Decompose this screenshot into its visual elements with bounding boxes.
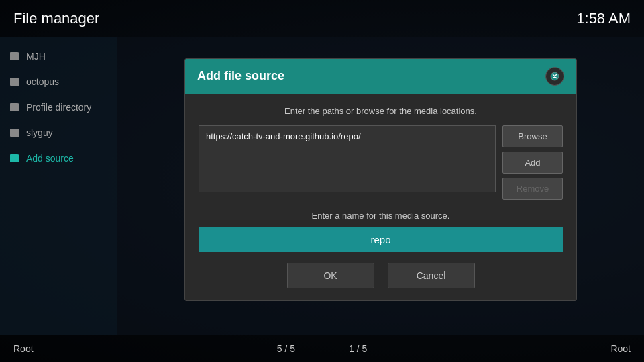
bottom-bar: Root 5 / 5 1 / 5 Root bbox=[0, 335, 644, 362]
ok-button[interactable]: OK bbox=[287, 263, 374, 288]
close-button[interactable] bbox=[545, 67, 564, 86]
bottom-left: Root bbox=[13, 343, 34, 354]
top-bar: File manager 1:58 AM bbox=[0, 0, 644, 37]
folder-icon-active bbox=[10, 154, 19, 162]
sidebar-item-profile-directory[interactable]: Profile directory bbox=[0, 95, 117, 120]
path-value: https://catch-tv-and-more.github.io/repo… bbox=[206, 131, 361, 141]
sidebar-item-mjh[interactable]: MJH bbox=[0, 44, 117, 69]
bottom-right: Root bbox=[610, 343, 631, 354]
add-button[interactable]: Add bbox=[502, 152, 563, 174]
sidebar-label-octopus: octopus bbox=[26, 76, 59, 87]
sidebar: MJH octopus Profile directory slyguy Add… bbox=[0, 37, 117, 335]
path-buttons: Browse Add Remove bbox=[502, 125, 563, 200]
folder-icon bbox=[10, 103, 19, 111]
cancel-button[interactable]: Cancel bbox=[388, 263, 475, 288]
path-instruction: Enter the paths or browse for the media … bbox=[199, 106, 563, 116]
sidebar-item-slyguy[interactable]: slyguy bbox=[0, 120, 117, 145]
modal-overlay: Add file source Enter the paths or brows… bbox=[117, 37, 644, 335]
dialog-actions: OK Cancel bbox=[199, 263, 563, 288]
sidebar-label-mjh: MJH bbox=[26, 51, 46, 62]
folder-icon bbox=[10, 78, 19, 86]
sidebar-label-slyguy: slyguy bbox=[26, 127, 53, 138]
name-input-wrapper bbox=[199, 227, 563, 263]
path-section: https://catch-tv-and-more.github.io/repo… bbox=[199, 125, 563, 200]
name-input[interactable] bbox=[199, 227, 563, 252]
name-instruction: Enter a name for this media source. bbox=[199, 210, 563, 221]
add-file-source-dialog: Add file source Enter the paths or brows… bbox=[184, 58, 577, 301]
dialog-header: Add file source bbox=[185, 59, 576, 94]
folder-icon bbox=[10, 52, 19, 60]
clock: 1:58 AM bbox=[576, 10, 631, 27]
sidebar-label-profile-directory: Profile directory bbox=[26, 102, 91, 113]
app-title: File manager bbox=[13, 10, 99, 27]
folder-icon bbox=[10, 129, 19, 137]
sidebar-item-octopus[interactable]: octopus bbox=[0, 69, 117, 95]
remove-button[interactable]: Remove bbox=[502, 178, 563, 200]
bottom-pager-left: 5 / 5 bbox=[277, 343, 295, 354]
dialog-title: Add file source bbox=[197, 69, 284, 83]
bottom-center: 5 / 5 1 / 5 bbox=[277, 343, 368, 354]
dialog-body: Enter the paths or browse for the media … bbox=[185, 94, 576, 300]
path-input-area[interactable]: https://catch-tv-and-more.github.io/repo… bbox=[199, 125, 496, 192]
main-content: Add file source Enter the paths or brows… bbox=[117, 37, 644, 335]
sidebar-label-add-source: Add source bbox=[26, 153, 74, 164]
bottom-pager-right: 1 / 5 bbox=[349, 343, 367, 354]
browse-button[interactable]: Browse bbox=[502, 125, 563, 147]
sidebar-item-add-source[interactable]: Add source bbox=[0, 145, 117, 171]
